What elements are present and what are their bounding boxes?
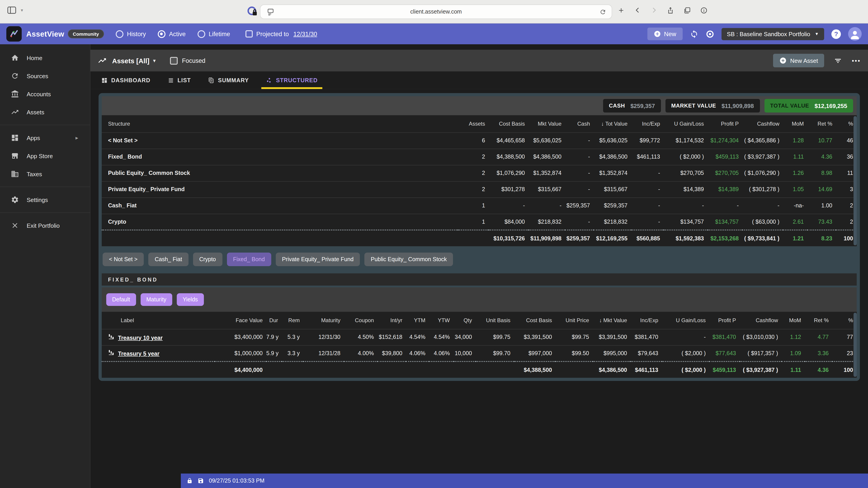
- column-header[interactable]: Cashflow: [740, 312, 782, 329]
- tab-list[interactable]: LIST: [163, 71, 195, 89]
- help-icon[interactable]: ?: [831, 29, 841, 39]
- table-row[interactable]: Cash_ Fiat 1--$259,357$259,357-----na-1.…: [102, 197, 857, 214]
- table-row[interactable]: Treasury 10 year $3,400,0007.9 y5.3 y12/…: [102, 329, 857, 345]
- chip-private-equity[interactable]: Private Equity_ Private Fund: [276, 253, 360, 266]
- column-header-sorted[interactable]: ↓Tot Value: [594, 115, 631, 132]
- chip-cash-fiat[interactable]: Cash_ Fiat: [148, 253, 188, 266]
- forward-icon[interactable]: [651, 7, 657, 13]
- column-header[interactable]: Cost Basis: [489, 115, 528, 132]
- chip-crypto[interactable]: Crypto: [193, 253, 222, 266]
- sync-icon[interactable]: [690, 30, 699, 38]
- radio-selected-icon[interactable]: [158, 30, 165, 38]
- sidebar-item-exit-portfolio[interactable]: Exit Portfolio: [0, 217, 90, 234]
- column-header[interactable]: YTW: [429, 312, 454, 329]
- filter-icon[interactable]: [834, 57, 842, 64]
- column-header[interactable]: %: [832, 312, 857, 329]
- column-header[interactable]: Maturity: [303, 312, 344, 329]
- table-row[interactable]: Private Equity_ Private Fund 2$301,278$3…: [102, 181, 857, 197]
- bond-link[interactable]: Treasury 5 year: [118, 351, 160, 357]
- chevron-down-icon[interactable]: ▾: [21, 8, 23, 13]
- column-header[interactable]: Cashflow: [742, 115, 783, 132]
- column-header[interactable]: Dur: [266, 312, 282, 329]
- column-header[interactable]: Qty: [454, 312, 475, 329]
- column-header[interactable]: Inc/Exp: [631, 115, 664, 132]
- column-header[interactable]: Cost Basis: [514, 312, 556, 329]
- sidebar-item-apps[interactable]: Apps▸: [0, 129, 90, 147]
- radio-icon[interactable]: [116, 30, 123, 38]
- table-row[interactable]: < Not Set > 6$4,465,658$5,636,025-$5,636…: [102, 132, 857, 149]
- new-asset-button[interactable]: New Asset: [773, 54, 825, 67]
- bond-link[interactable]: Treasury 10 year: [118, 335, 162, 341]
- new-button[interactable]: New: [647, 28, 683, 40]
- column-header[interactable]: Label: [102, 312, 215, 329]
- maturity-view-button[interactable]: Maturity: [141, 293, 172, 306]
- projected-toggle[interactable]: Projected to: [246, 30, 289, 37]
- tab-dashboard[interactable]: DASHBOARD: [97, 71, 155, 89]
- column-header-sorted[interactable]: ↓Mkt Value: [593, 312, 631, 329]
- reader-view-icon[interactable]: [267, 8, 274, 16]
- chip-not-set[interactable]: < Not Set >: [103, 253, 144, 266]
- column-header[interactable]: U Gain/Loss: [664, 115, 708, 132]
- column-header[interactable]: YTM: [406, 312, 429, 329]
- column-header[interactable]: Mkt Value: [528, 115, 565, 132]
- chip-public-equity[interactable]: Public Equity_ Common Stock: [364, 253, 453, 266]
- default-view-button[interactable]: Default: [106, 293, 136, 306]
- tab-summary[interactable]: SUMMARY: [204, 71, 253, 89]
- info-icon[interactable]: [700, 6, 708, 14]
- table-row[interactable]: Crypto 1$84,000$218,832-$218,832-$134,75…: [102, 214, 857, 230]
- column-header[interactable]: Unit Price: [556, 312, 593, 329]
- sidebar-item-settings[interactable]: Settings: [0, 191, 90, 209]
- column-header[interactable]: U Gain/Loss: [662, 312, 709, 329]
- column-header[interactable]: Cash: [565, 115, 594, 132]
- share-icon[interactable]: [667, 6, 674, 14]
- mode-lifetime[interactable]: Lifetime: [197, 30, 230, 38]
- chip-fixed-bond[interactable]: Fixed_ Bond: [227, 253, 271, 266]
- column-header[interactable]: Profit P: [708, 115, 742, 132]
- checkbox-icon[interactable]: [246, 30, 253, 37]
- mode-history[interactable]: History: [116, 30, 146, 38]
- page-title[interactable]: Assets [All]: [112, 57, 149, 64]
- site-lock-badge-icon[interactable]: [247, 6, 258, 17]
- new-tab-icon[interactable]: [618, 6, 625, 14]
- column-header[interactable]: Int/yr: [377, 312, 406, 329]
- sidebar-item-app-store[interactable]: App Store: [0, 147, 90, 165]
- sidebar-item-accounts[interactable]: Accounts: [0, 85, 90, 103]
- column-header[interactable]: Profit P: [709, 312, 740, 329]
- app-logo[interactable]: [6, 26, 22, 41]
- focused-toggle[interactable]: Focused: [170, 57, 206, 64]
- tab-structured[interactable]: STRUCTURED: [261, 71, 322, 89]
- column-header[interactable]: Coupon: [344, 312, 377, 329]
- reload-icon[interactable]: [599, 8, 606, 15]
- sidebar-item-assets[interactable]: Assets: [0, 103, 90, 121]
- column-header[interactable]: Rem: [282, 312, 303, 329]
- checkbox-icon[interactable]: [170, 57, 178, 64]
- column-header[interactable]: Unit Basis: [475, 312, 514, 329]
- sidebar-item-home[interactable]: Home: [0, 49, 90, 67]
- scrollbar[interactable]: [854, 313, 857, 377]
- sidebar-item-taxes[interactable]: Taxes: [0, 165, 90, 183]
- back-icon[interactable]: [634, 7, 641, 13]
- projected-date-link[interactable]: 12/31/30: [293, 31, 317, 37]
- chevron-down-icon[interactable]: ▼: [152, 58, 157, 63]
- table-row[interactable]: Fixed_ Bond 2$4,388,500$4,386,500-$4,386…: [102, 149, 857, 165]
- column-header[interactable]: Inc/Exp: [631, 312, 662, 329]
- column-header[interactable]: Assets: [458, 115, 489, 132]
- table-row[interactable]: Public Equity_ Common Stock 2$1,076,290$…: [102, 165, 857, 181]
- portfolio-selector[interactable]: SB : Baseline Sandbox Portfolio▼: [721, 28, 824, 40]
- column-header[interactable]: MoM: [783, 115, 807, 132]
- column-header[interactable]: Structure: [102, 115, 458, 132]
- column-header[interactable]: Ret %: [805, 312, 832, 329]
- url-bar[interactable]: client.assetview.com: [260, 4, 612, 19]
- browser-sidebar-toggle-icon[interactable]: [7, 6, 16, 14]
- target-icon[interactable]: [706, 30, 714, 38]
- mode-active[interactable]: Active: [158, 30, 186, 38]
- more-options-icon[interactable]: •••: [852, 57, 861, 64]
- yields-view-button[interactable]: Yields: [177, 293, 204, 306]
- table-row[interactable]: Treasury 5 year $1,000,0005.9 y3.3 y12/3…: [102, 345, 857, 361]
- avatar[interactable]: [848, 27, 862, 41]
- column-header[interactable]: Ret %: [807, 115, 836, 132]
- radio-icon[interactable]: [197, 30, 205, 38]
- tab-overview-icon[interactable]: [684, 6, 691, 14]
- column-header[interactable]: MoM: [782, 312, 805, 329]
- column-header[interactable]: Face Value: [215, 312, 266, 329]
